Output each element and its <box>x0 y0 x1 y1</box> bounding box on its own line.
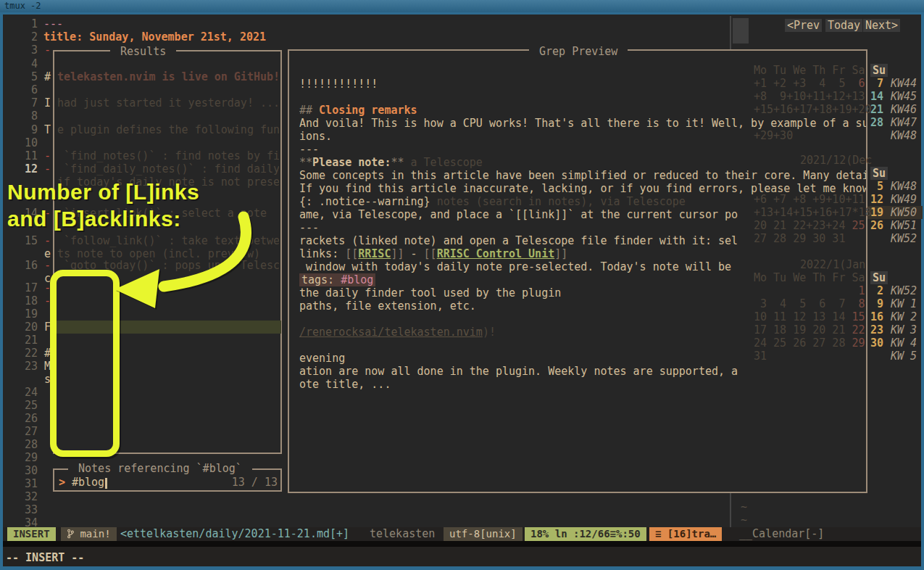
calendar-week[interactable]: 24 25 26 27 28 2930KW 4 <box>754 336 922 350</box>
sunday-day[interactable]: 5 <box>870 180 883 193</box>
sunday-day[interactable]: 28 <box>870 116 883 129</box>
calendar-scrollbar[interactable] <box>733 18 749 44</box>
buffer-dash-15: - <box>44 234 51 247</box>
week-number: KW50 <box>891 206 917 219</box>
week-number: KW52 <box>891 232 917 245</box>
calendar-week[interactable]: 20 21 22+23+24 2526KW51 <box>754 219 922 232</box>
week-number: KW49 <box>891 193 917 206</box>
sunday-day[interactable]: 16 <box>870 310 883 323</box>
calendar-today-button[interactable]: Today <box>825 19 862 32</box>
sunday-day[interactable]: 7 <box>870 77 883 90</box>
cmdline-bg <box>3 547 921 566</box>
annotation-text-line1: Number of [L]inks <box>7 178 199 205</box>
note-label: Please note: <box>312 156 391 169</box>
saturday: 29 <box>852 336 865 350</box>
buffer-char-5: # <box>44 70 51 83</box>
calendar-week[interactable]: +15+16+17+18+19+2021KW46 <box>754 103 922 116</box>
week-days: 31 <box>754 350 767 363</box>
calendar-month-title-jan: 2022/1(Jan <box>800 258 865 271</box>
calendar-week[interactable]: 3 4 5 6 7 8 9KW 1 <box>754 297 922 310</box>
week-days: 3 4 5 6 7 <box>754 297 852 310</box>
bracket: [[ <box>345 247 358 260</box>
git-branch-label: main! <box>80 528 110 540</box>
heading-text: Closing remarks <box>319 104 417 117</box>
calendar-week[interactable]: 27 28 29 30 31KW52 <box>754 232 922 245</box>
preview-panel-title: Grep Preview <box>529 45 628 58</box>
week-number: KW 3 <box>891 323 917 336</box>
week-number: KW45 <box>891 90 917 103</box>
sunday-day[interactable]: 26 <box>870 219 883 232</box>
calendar-prev-button[interactable]: <Prev <box>785 19 822 32</box>
sunday-day[interactable]: 2 <box>870 284 883 297</box>
empty-line-tilde: ~ <box>741 500 747 513</box>
sunday-day[interactable]: 9 <box>870 297 883 310</box>
week-days <box>754 284 852 297</box>
git-branch-segment: main! <box>61 527 117 541</box>
calendar-header-dec: Su <box>754 167 922 180</box>
week-number: KW51 <box>891 219 917 232</box>
sunday-day[interactable]: 19 <box>870 206 883 219</box>
calendar-week[interactable]: +8 9+10+11+12+1314KW45 <box>754 90 922 103</box>
saturday: 6 <box>852 77 865 90</box>
week-number: KW44 <box>891 77 917 90</box>
bleed-fragment: a Telescope <box>404 156 483 169</box>
sunday-day[interactable]: 14 <box>870 90 883 103</box>
window-divider-lower <box>730 493 731 527</box>
buffer-frontmatter-delim: --- <box>43 17 63 30</box>
search-input[interactable]: #blog <box>72 476 104 489</box>
weekday-header: Mo Tu We Th Fr Sa <box>754 64 865 77</box>
line-number-15: 15 <box>20 234 38 247</box>
calendar-week[interactable]: 31KW 5 <box>754 350 922 363</box>
md-hash: ## <box>299 104 319 117</box>
md-stars: ** <box>391 156 404 169</box>
calendar-next-button[interactable]: Next> <box>863 19 900 32</box>
calendar-week[interactable]: 1 2KW52 <box>754 284 922 297</box>
preview-delim: --- <box>299 143 866 156</box>
plugin-name-segment: telekasten <box>370 527 435 541</box>
sunday-day[interactable]: 21 <box>870 103 883 116</box>
bracket: ]] <box>391 247 404 260</box>
sunday-day[interactable]: 30 <box>870 336 883 350</box>
repo-link: /renerocksai/telekasten.nvim <box>299 326 483 339</box>
statusline-gap <box>3 541 921 547</box>
calendar-week[interactable]: 28KW47 <box>754 116 922 129</box>
tag-highlight: tags: #blog <box>299 273 375 286</box>
week-days: 24 25 26 27 28 <box>754 336 852 350</box>
line-numbers-mid: 17 18 19 20 21 22 23 24 25 26 27 28 29 <box>20 281 38 464</box>
calendar-week[interactable]: 5KW48 <box>754 180 922 193</box>
week-days: +8 9+10+11+12+13 <box>754 90 865 103</box>
calendar-week[interactable]: +6 +7 +8 +9+10+1112KW49 <box>754 193 922 206</box>
week-days: 20 21 22+23+24 <box>754 219 852 232</box>
prompt-panel-title: Notes referencing `#blog` <box>68 462 252 475</box>
sunday-day[interactable]: 12 <box>870 193 883 206</box>
tab-indicator-segment[interactable]: ≡ [16]tra… <box>649 527 722 541</box>
results-counter: 13 / 13 <box>225 476 278 489</box>
wiki-link[interactable]: RRISC Control Unit <box>437 247 555 260</box>
week-number: KW46 <box>891 103 917 116</box>
preview-bleed: ote title, ... <box>299 378 866 391</box>
calendar-week[interactable]: 17 18 19 20 21 2223KW 3 <box>754 323 922 336</box>
window-divider <box>730 16 731 49</box>
week-number: KW52 <box>891 284 917 297</box>
annotation-text-line2: and [B]acklinks: <box>7 205 181 232</box>
calendar-week[interactable]: +13+14+15+16+17*1819KW50 <box>754 206 922 219</box>
sunday-day[interactable]: 23 <box>870 323 883 336</box>
bracket: [[ <box>424 247 437 260</box>
calendar-week[interactable]: +1 +2 +3 4 5 6 7KW44 <box>754 77 922 90</box>
calendar-header-nov: Mo Tu We Th Fr SaSu <box>754 64 922 77</box>
week-days: +29+30 <box>754 129 793 142</box>
git-branch-icon <box>67 529 74 539</box>
links-label: links: <box>299 247 345 260</box>
week-days: 27 28 29 30 31 <box>754 232 845 245</box>
wiki-link[interactable]: RRISC <box>358 247 391 260</box>
calendar-week[interactable]: +29+30KW48 <box>754 129 922 142</box>
calendar-month-title-dec: 2021/12(Dec <box>800 154 872 167</box>
saturday: 15 <box>852 310 865 323</box>
calendar-week[interactable]: 10 11 12 13 14 1516KW 2 <box>754 310 922 323</box>
terminal-window: tmux -2 <Prev Today Next> 1 2 3 4 5 6 7 … <box>0 0 924 570</box>
results-panel-title: Results <box>110 45 176 58</box>
week-days: 17 18 19 20 21 <box>754 323 852 336</box>
buffer-dash-16: - <box>44 259 51 272</box>
saturday: 1 <box>852 284 865 297</box>
line-number-current: 12 <box>20 162 38 175</box>
